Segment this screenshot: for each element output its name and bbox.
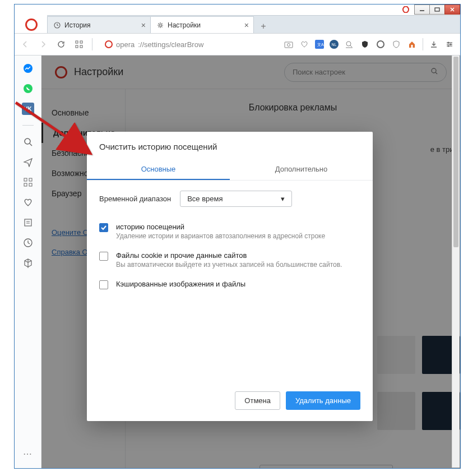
opera-icon [105, 40, 113, 48]
checkbox-cookies[interactable] [99, 252, 108, 261]
speed-dial-button[interactable] [74, 39, 84, 49]
back-button[interactable] [20, 39, 30, 49]
divider [423, 38, 423, 50]
option-cookies: Файлы cookie и прочие данные сайтов Вы а… [99, 246, 360, 274]
svg-point-21 [448, 42, 450, 44]
tab-strip: История × Настройки × + [47, 15, 460, 33]
navigation-bar: opera://settings/clearBrow 文A NL [15, 33, 460, 56]
forward-button[interactable] [38, 39, 48, 49]
svg-rect-17 [411, 45, 413, 48]
cube-icon[interactable] [22, 257, 34, 269]
svg-rect-11 [285, 42, 293, 48]
heart-icon[interactable] [299, 39, 309, 49]
opera-main-button[interactable] [21, 15, 41, 35]
more-icon[interactable]: ⋯ [23, 449, 33, 459]
news-icon[interactable] [22, 216, 34, 229]
url-scheme: opera [116, 40, 135, 49]
search-ext-icon[interactable] [344, 39, 354, 49]
dialog-body: Временной диапазон Все время ▾ историю п… [87, 181, 373, 305]
dialog-footer: Отмена Удалить данные [87, 383, 373, 421]
easy-setup-icon[interactable] [444, 39, 455, 49]
scrollbar-thumb[interactable] [453, 57, 458, 247]
shield2-ext-icon[interactable] [391, 39, 401, 49]
camera-icon[interactable] [284, 39, 294, 49]
toolbar-extensions: 文A NL [284, 38, 455, 50]
checkbox-cache[interactable] [99, 280, 108, 289]
option-desc: Вы автоматически выйдете из учетных запи… [116, 261, 342, 269]
reload-button[interactable] [56, 39, 66, 49]
chevron-down-icon: ▾ [281, 195, 285, 203]
translate-icon[interactable]: 文A [315, 40, 324, 49]
window-controls [415, 4, 460, 15]
option-title: Файлы cookie и прочие данные сайтов [116, 251, 342, 260]
svg-point-0 [403, 7, 409, 13]
messenger-icon[interactable] [22, 62, 34, 75]
tab-advanced[interactable]: Дополнительно [230, 159, 373, 180]
svg-rect-29 [29, 178, 32, 181]
tab-history[interactable]: История × [47, 16, 151, 33]
range-label: Временной диапазон [99, 195, 171, 203]
tab-label: История [64, 21, 91, 29]
svg-point-6 [159, 24, 161, 26]
apps-icon[interactable] [22, 176, 34, 188]
tab-settings[interactable]: Настройки × [150, 16, 254, 33]
svg-rect-28 [24, 178, 27, 181]
shield-ext-icon[interactable] [360, 39, 370, 49]
clock-icon[interactable] [22, 237, 34, 249]
heart-icon[interactable] [22, 196, 34, 209]
svg-rect-8 [80, 41, 82, 43]
cancel-button[interactable]: Отмена [235, 391, 280, 410]
url-path: ://settings/clearBrow [138, 40, 203, 49]
time-range-select[interactable]: Все время ▾ [180, 191, 292, 207]
svg-rect-32 [25, 219, 31, 226]
scrollbar[interactable] [452, 56, 460, 468]
divider [92, 38, 92, 50]
clock-icon [53, 21, 61, 29]
svg-line-15 [350, 45, 352, 47]
checkbox-history[interactable] [99, 223, 108, 232]
address-bar[interactable]: opera://settings/clearBrow [100, 36, 208, 52]
svg-point-12 [288, 44, 290, 47]
home-ext-icon[interactable] [407, 39, 417, 49]
option-desc: Удаление истории и вариантов автозаполне… [116, 232, 325, 240]
opera-ext-icon[interactable] [376, 39, 386, 49]
tab-basic[interactable]: Основные [87, 159, 230, 180]
confirm-button[interactable]: Удалить данные [286, 391, 360, 410]
svg-rect-10 [80, 45, 82, 48]
option-title: Кэшированные изображения и файлы [116, 280, 245, 288]
dialog-title: Очистить историю посещений [87, 132, 373, 159]
svg-text:文A: 文A [317, 43, 324, 47]
option-history: историю посещений Удаление истории и вар… [99, 217, 360, 246]
svg-rect-9 [76, 45, 78, 48]
time-range-row: Временной диапазон Все время ▾ [99, 191, 360, 207]
svg-rect-30 [24, 183, 27, 186]
option-title: историю посещений [116, 223, 325, 231]
tab-label: Настройки [168, 21, 201, 29]
dialog-tabs: Основные Дополнительно [87, 159, 373, 181]
opera-menu-icon[interactable] [401, 6, 411, 13]
svg-rect-31 [29, 183, 32, 186]
clear-history-dialog: Очистить историю посещений Основные Допо… [87, 132, 373, 421]
close-button[interactable] [444, 4, 460, 15]
minimize-button[interactable] [414, 4, 430, 15]
svg-point-14 [346, 41, 351, 46]
svg-rect-7 [76, 41, 78, 43]
svg-point-22 [450, 44, 452, 45]
range-value: Все время [187, 195, 223, 203]
nl-ext-icon[interactable]: NL [330, 40, 339, 49]
svg-rect-2 [435, 8, 439, 11]
annotation-arrow [10, 97, 94, 161]
svg-point-23 [448, 45, 450, 47]
gear-icon [156, 21, 164, 29]
close-icon[interactable]: × [141, 21, 146, 30]
close-icon[interactable]: × [244, 21, 249, 30]
maximize-button[interactable] [429, 4, 445, 15]
option-cache: Кэшированные изображения и файлы [99, 274, 360, 295]
download-icon[interactable] [429, 39, 439, 49]
whatsapp-icon[interactable] [22, 82, 34, 95]
new-tab-button[interactable]: + [257, 20, 270, 33]
